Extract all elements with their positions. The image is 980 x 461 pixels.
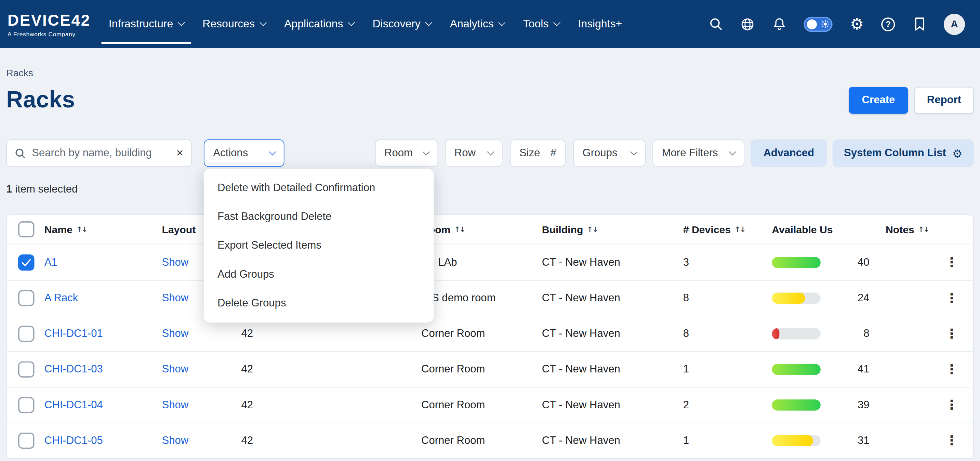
layout-show-link[interactable]: Show xyxy=(162,363,188,376)
available-units-cell: 39 xyxy=(764,399,878,412)
table-row: CHI-DC1-04Show42Corner RoomCT - New Have… xyxy=(7,387,973,422)
devices-count-cell: 1 xyxy=(676,434,765,447)
table-row: A1ShowLAbCT - New Haven340⋮ xyxy=(7,245,973,280)
nav-item-tools[interactable]: Tools xyxy=(514,0,569,48)
row-checkbox[interactable] xyxy=(18,326,35,342)
groups-filter-dropdown[interactable]: Groups xyxy=(573,140,646,167)
row-actions-kebab[interactable]: ⋮ xyxy=(945,433,973,448)
column-header-building[interactable]: Building↑↓ xyxy=(535,223,676,235)
rack-name-link[interactable]: CHI-DC1-05 xyxy=(45,434,103,447)
notes-cell: ⋮ xyxy=(878,362,973,377)
table-row: CHI-DC1-05Show42Corner RoomCT - New Have… xyxy=(7,423,973,458)
nav-item-label: Tools xyxy=(523,17,549,30)
row-actions-kebab[interactable]: ⋮ xyxy=(945,291,973,306)
more-filters-dropdown[interactable]: More Filters xyxy=(652,140,745,167)
available-units-value: 41 xyxy=(848,363,869,376)
nav-item-label: Infrastructure xyxy=(109,17,173,30)
menu-item-add-groups[interactable]: Add Groups xyxy=(204,260,434,289)
size-filter-input[interactable]: Size # xyxy=(510,140,566,167)
rack-name-link[interactable]: CHI-DC1-03 xyxy=(45,363,103,376)
sort-icon[interactable]: ↑↓ xyxy=(918,225,929,234)
main-navigation: InfrastructureResourcesApplicationsDisco… xyxy=(99,0,631,48)
navbar-actions: ⚙ ? A xyxy=(708,0,965,48)
rack-name-link[interactable]: CHI-DC1-04 xyxy=(45,399,103,412)
rack-name-cell: CHI-DC1-03 xyxy=(37,363,154,376)
layout-show-link[interactable]: Show xyxy=(162,399,188,412)
nav-item-resources[interactable]: Resources xyxy=(193,0,275,48)
layout-show-link[interactable]: Show xyxy=(162,292,188,305)
help-icon[interactable]: ? xyxy=(881,17,895,31)
column-header-available-us[interactable]: Available Us xyxy=(764,223,878,235)
row-actions-kebab[interactable]: ⋮ xyxy=(945,326,973,341)
nav-item-insights[interactable]: Insights+ xyxy=(569,0,632,48)
brand-logo[interactable]: DEVICE42 A Freshworks Company xyxy=(8,0,91,48)
bell-icon[interactable] xyxy=(772,16,787,32)
breadcrumb[interactable]: Racks xyxy=(6,67,974,79)
table-row: A RackShowS demo roomCT - New Haven824⋮ xyxy=(7,280,973,316)
available-units-cell: 24 xyxy=(764,292,878,305)
selection-text: item selected xyxy=(15,183,78,195)
menu-item-delete-groups[interactable]: Delete Groups xyxy=(204,289,434,317)
available-units-value: 31 xyxy=(848,434,869,447)
column-header-notes[interactable]: Notes↑↓ xyxy=(878,223,973,235)
sort-icon[interactable]: ↑↓ xyxy=(454,225,465,234)
availability-bar xyxy=(772,328,821,340)
menu-item-delete-with-detailed-confirmation[interactable]: Delete with Detailed Confirmation xyxy=(204,174,434,202)
row-actions-kebab[interactable]: ⋮ xyxy=(945,397,973,412)
rack-name-link[interactable]: CHI-DC1-01 xyxy=(45,327,103,340)
room-filter-dropdown[interactable]: Room xyxy=(375,140,438,167)
system-column-list-button[interactable]: System Column List ⚙ xyxy=(833,140,974,167)
layout-cell: Show xyxy=(154,399,234,412)
nav-item-applications[interactable]: Applications xyxy=(275,0,363,48)
row-checkbox[interactable] xyxy=(18,397,35,413)
theme-toggle[interactable] xyxy=(804,16,833,32)
actions-dropdown[interactable]: Actions xyxy=(204,140,285,167)
nav-item-discovery[interactable]: Discovery xyxy=(363,0,441,48)
row-checkbox[interactable] xyxy=(18,254,35,270)
row-filter-label: Row xyxy=(455,147,476,160)
column-header-devices[interactable]: # Devices↑↓ xyxy=(676,223,765,235)
more-filters-label: More Filters xyxy=(662,147,718,160)
row-filter-dropdown[interactable]: Row xyxy=(445,140,502,167)
row-select-cell xyxy=(7,361,37,378)
select-all-checkbox[interactable] xyxy=(18,221,35,238)
avatar[interactable]: A xyxy=(944,13,965,35)
table-row: CHI-DC1-01Show42Corner RoomCT - New Have… xyxy=(7,316,973,351)
menu-item-export-selected-items[interactable]: Export Selected Items xyxy=(204,231,434,260)
gear-icon[interactable]: ⚙ xyxy=(850,16,864,32)
page-content: Racks Racks Create Report ✕ Actions Room… xyxy=(0,67,980,459)
create-button[interactable]: Create xyxy=(849,86,908,114)
row-checkbox[interactable] xyxy=(18,290,35,307)
search-icon[interactable] xyxy=(708,16,723,32)
menu-item-fast-background-delete[interactable]: Fast Background Delete xyxy=(204,202,434,231)
racks-table: Name↑↓LayoutSizeRoom↑↓Building↑↓# Device… xyxy=(6,215,974,459)
layout-cell: Show xyxy=(154,363,234,376)
clear-search-icon[interactable]: ✕ xyxy=(176,148,184,159)
rack-name-link[interactable]: A1 xyxy=(45,256,57,269)
devices-count-cell: 2 xyxy=(676,399,765,412)
row-actions-kebab[interactable]: ⋮ xyxy=(945,255,973,270)
layout-show-link[interactable]: Show xyxy=(162,256,188,269)
advanced-button[interactable]: Advanced xyxy=(751,140,827,167)
sort-icon[interactable]: ↑↓ xyxy=(735,225,745,234)
row-actions-kebab[interactable]: ⋮ xyxy=(945,362,973,377)
sort-icon[interactable]: ↑↓ xyxy=(76,225,87,234)
nav-item-analytics[interactable]: Analytics xyxy=(441,0,514,48)
report-button[interactable]: Report xyxy=(914,86,974,114)
rack-name-link[interactable]: A Rack xyxy=(45,292,78,305)
row-checkbox[interactable] xyxy=(18,432,35,449)
layout-show-link[interactable]: Show xyxy=(162,327,188,340)
row-checkbox[interactable] xyxy=(18,361,35,378)
available-units-cell: 41 xyxy=(764,363,878,376)
nav-item-infrastructure[interactable]: Infrastructure xyxy=(99,0,193,48)
column-header-name[interactable]: Name↑↓ xyxy=(37,223,154,235)
layout-show-link[interactable]: Show xyxy=(162,434,188,447)
search-input[interactable] xyxy=(32,147,170,160)
notes-cell: ⋮ xyxy=(878,291,973,306)
sort-icon[interactable]: ↑↓ xyxy=(587,225,598,234)
groups-filter-label: Groups xyxy=(583,147,617,160)
search-box[interactable]: ✕ xyxy=(6,140,192,167)
globe-icon[interactable] xyxy=(740,16,755,32)
bookmark-icon[interactable] xyxy=(912,16,927,32)
system-column-list-label: System Column List xyxy=(844,147,946,160)
